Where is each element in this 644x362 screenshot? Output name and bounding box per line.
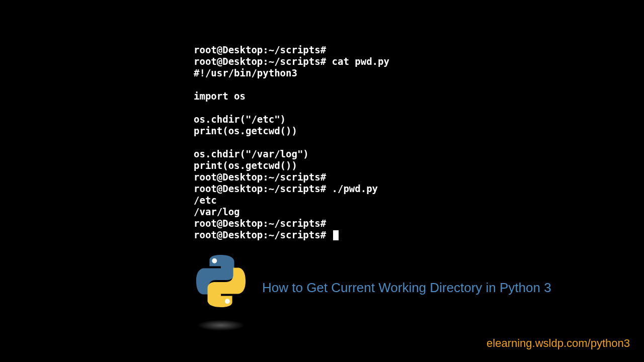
svg-point-0 — [212, 258, 217, 263]
terminal-line: /etc — [194, 195, 217, 206]
terminal-line: root@Desktop:~/scripts# — [194, 229, 332, 240]
svg-point-1 — [225, 299, 230, 304]
terminal-cursor — [333, 230, 339, 240]
terminal-line: /var/log — [194, 206, 240, 217]
terminal-line: root@Desktop:~/scripts# — [194, 218, 326, 229]
terminal-line: root@Desktop:~/scripts# — [194, 44, 326, 55]
terminal-line: root@Desktop:~/scripts# — [194, 171, 326, 183]
terminal-line: #!/usr/bin/python3 — [194, 67, 297, 78]
terminal-output: root@Desktop:~/scripts# root@Desktop:~/s… — [194, 44, 389, 241]
terminal-line: print(os.getcwd()) — [194, 160, 297, 171]
footer-url: elearning.wsldp.com/python3 — [487, 337, 630, 350]
page-title: How to Get Current Working Directory in … — [262, 280, 551, 296]
logo-title-row: How to Get Current Working Directory in … — [194, 254, 551, 322]
terminal-line: print(os.getcwd()) — [194, 125, 297, 136]
terminal-line: os.chdir("/etc") — [194, 114, 286, 125]
terminal-line: root@Desktop:~/scripts# cat pwd.py — [194, 56, 389, 67]
terminal-line: os.chdir("/var/log") — [194, 148, 309, 159]
python-logo-icon — [194, 254, 248, 322]
terminal-line: import os — [194, 90, 246, 102]
logo-shadow — [197, 320, 245, 331]
terminal-line: root@Desktop:~/scripts# ./pwd.py — [194, 183, 378, 194]
